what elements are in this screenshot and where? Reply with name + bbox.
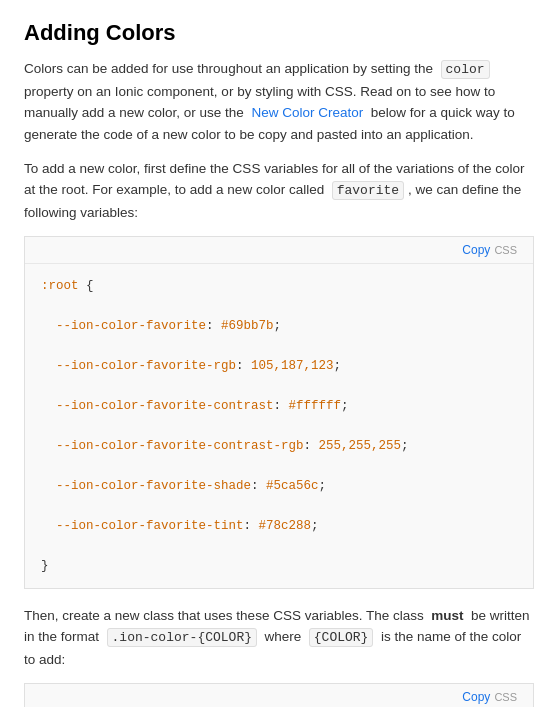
favorite-code-inline: favorite bbox=[332, 181, 404, 200]
code-block-2: Copy CSS .ion-color-favorite { --ion-col… bbox=[24, 683, 534, 707]
code-block-1-header: Copy CSS bbox=[25, 237, 533, 264]
css-label-1: CSS bbox=[494, 242, 525, 258]
ion-color-code: .ion-color-{COLOR} bbox=[107, 628, 257, 647]
code-block-1: Copy CSS :root { --ion-color-favorite: #… bbox=[24, 236, 534, 589]
color-code-inline: color bbox=[441, 60, 490, 79]
para3-where: where bbox=[265, 629, 302, 644]
para3: Then, create a new class that uses these… bbox=[24, 605, 534, 671]
para2: To add a new color, first define the CSS… bbox=[24, 158, 534, 224]
intro-text-1: Colors can be added for use throughout a… bbox=[24, 61, 433, 76]
page-title: Adding Colors bbox=[24, 20, 534, 46]
intro-paragraph: Colors can be added for use throughout a… bbox=[24, 58, 534, 146]
para3-text-start: Then, create a new class that uses these… bbox=[24, 608, 424, 623]
new-color-creator-link[interactable]: New Color Creator bbox=[251, 105, 363, 120]
copy-button-1[interactable]: Copy bbox=[458, 241, 494, 259]
code-block-2-header: Copy CSS bbox=[25, 684, 533, 707]
copy-button-2[interactable]: Copy bbox=[458, 688, 494, 706]
must-strong: must bbox=[431, 608, 463, 623]
color-placeholder-code: {COLOR} bbox=[309, 628, 374, 647]
css-label-2: CSS bbox=[494, 689, 525, 705]
code-pre-1: :root { --ion-color-favorite: #69bb7b; -… bbox=[25, 264, 533, 588]
